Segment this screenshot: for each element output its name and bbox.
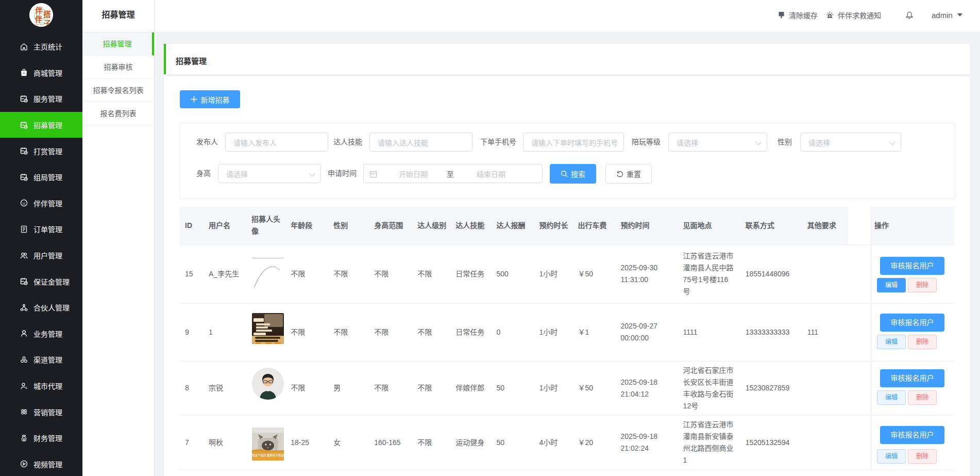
- svg-text:子: 子: [44, 20, 52, 27]
- svg-text:伴: 伴: [35, 15, 43, 24]
- svg-text:伴: 伴: [35, 6, 43, 15]
- svg-text:你这个操作 戳把老子整蒙: 你这个操作 戳把老子整蒙: [252, 453, 284, 457]
- svg-text:Ban Ban: Ban Ban: [36, 23, 44, 26]
- svg-text:搭: 搭: [43, 10, 51, 19]
